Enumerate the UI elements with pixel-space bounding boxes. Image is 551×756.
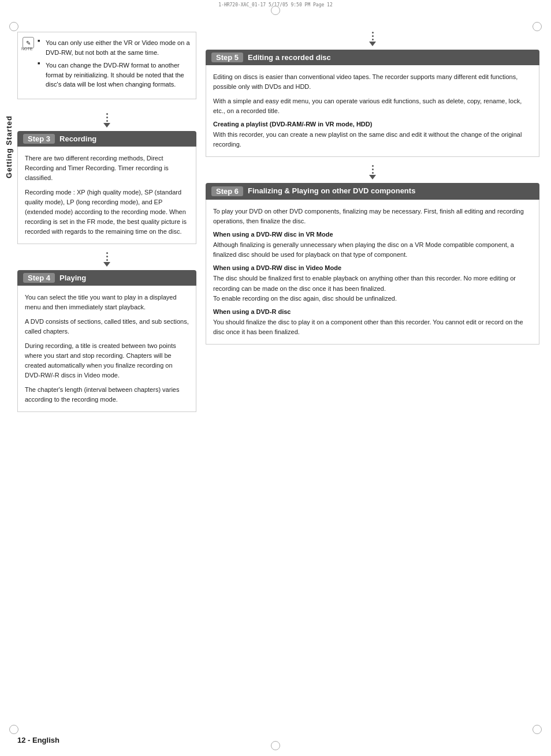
step6-header: Step 6 Finalizing & Playing on other DVD… [206,183,539,200]
page-number-label: 12 - English [17,736,59,744]
dot [106,113,108,115]
dot [372,32,374,33]
main-content: ✎ NOTE You can only use either the VR or… [17,32,539,721]
step6-content: To play your DVD on other DVD components… [206,200,539,344]
dot [372,39,374,40]
step4-para-4: The chapter's length (interval between c… [25,385,189,405]
step6-bold-heading-1: When using a DVD-RW disc in VR Mode [213,231,532,238]
arrow-connector-step4 [17,252,196,267]
arrow-connector-step3 [17,113,196,128]
step5-number: Step 5 [211,53,243,62]
corner-mark-bl [9,725,18,734]
dot [372,35,374,37]
step3-para-1: There are two different recording method… [25,154,189,183]
arrow-down-2 [103,262,110,267]
arrow-dots-4 [372,165,374,174]
step6-bold-heading-2: When using a DVD-RW disc in Video Mode [213,264,532,271]
step6-number: Step 6 [211,186,243,196]
dot [106,120,108,122]
step5-para-1: Editing on discs is easier than conventi… [213,72,532,92]
arrow-dots [106,113,108,122]
step3-content: There are two different recording method… [17,147,196,244]
dot [372,172,374,174]
step5-title: Editing a recorded disc [248,53,331,62]
step4-content: You can select the title you want to pla… [17,286,196,412]
dot [106,256,108,257]
arrow-dots-3 [372,32,374,40]
note-box: ✎ NOTE You can only use either the VR or… [17,32,196,99]
corner-mark-tl [9,22,18,31]
step6-bold-heading-3: When using a DVD-R disc [213,308,532,315]
corner-mark-br [533,725,542,734]
step5-bold-heading-1: Creating a playlist (DVD-RAM/-RW in VR m… [213,121,532,128]
corner-mark-tr [533,22,542,31]
arrow-connector-step6 [206,165,539,179]
note-list: You can only use either the VR or Video … [38,38,190,89]
note-item-2: You can change the DVD-RW format to anot… [38,61,190,89]
step4-para-3: During recording, a title is created bet… [25,341,189,380]
dot [106,252,108,254]
step4-block: Step 4 Playing You can select the title … [17,270,196,412]
step4-para-2: A DVD consists of sections, called title… [25,317,189,336]
step3-header: Step 3 Recording [17,131,196,147]
step3-number: Step 3 [23,134,55,144]
note-label: NOTE [21,46,32,53]
step4-header: Step 4 Playing [17,270,196,286]
step5-header: Step 5 Editing a recorded disc [206,50,539,65]
side-label: Getting Started [5,115,13,178]
arrow-connector-step5 [206,32,539,46]
dot [106,259,108,261]
step6-bold-text-3: You should finalize the disc to play it … [213,317,532,337]
step5-block: Step 5 Editing a recorded disc Editing o… [206,50,539,157]
step3-title: Recording [59,134,96,143]
step5-bold-text-1: With this recorder, you can create a new… [213,130,532,149]
circle-center-bottom [271,741,280,750]
dot [106,117,108,118]
step4-number: Step 4 [23,273,55,283]
step6-bold-text-1: Although finalizing is generally unneces… [213,240,532,260]
step5-para-2: With a simple and easy edit menu, you ca… [213,96,532,116]
circle-center-top [271,6,280,15]
arrow-down [103,123,110,128]
arrow-down-4 [369,175,376,179]
step4-para-1: You can select the title you want to pla… [25,293,189,312]
arrow-dots-2 [106,252,108,261]
left-column: ✎ NOTE You can only use either the VR or… [17,32,196,721]
step3-para-2: Recording mode : XP (high quality mode),… [25,188,189,237]
step6-title: Finalizing & Playing on other DVD compon… [248,186,415,195]
step5-content: Editing on discs is easier than conventi… [206,65,539,157]
dot [372,165,374,167]
step6-bold-text-2: The disc should be finalized first to en… [213,274,532,303]
page-footer: 12 - English [17,736,59,744]
step6-block: Step 6 Finalizing & Playing on other DVD… [206,183,539,344]
dot [372,169,374,170]
step4-title: Playing [59,274,86,282]
step3-block: Step 3 Recording There are two different… [17,131,196,244]
note-item-1: You can only use either the VR or Video … [38,38,190,57]
arrow-down-3 [369,42,376,46]
right-column: Step 5 Editing a recorded disc Editing o… [206,32,539,721]
step6-para-1: To play your DVD on other DVD components… [213,207,532,226]
